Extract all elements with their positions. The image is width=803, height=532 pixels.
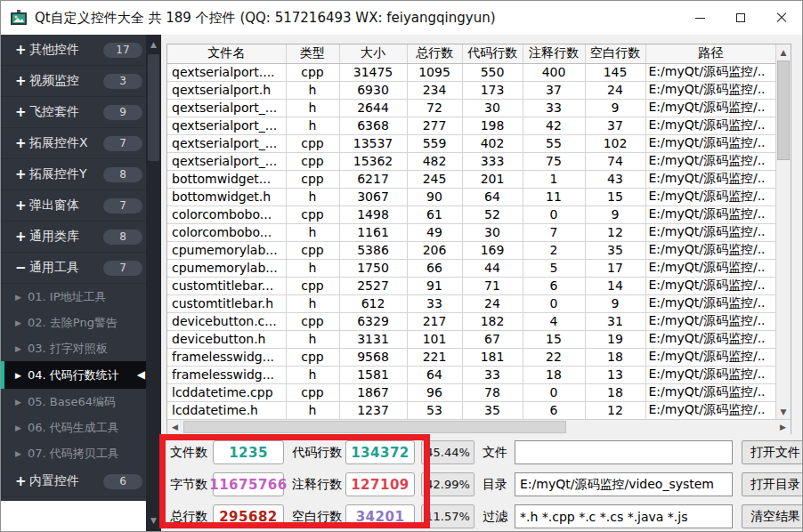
table-row[interactable]: devicebutton.hh3131101671519E:/myQt/源码监控… [167,330,775,348]
open-file-button[interactable]: 打开文件 [742,440,803,464]
stat-value-box: 1235 [213,440,284,464]
sidebar-group-其他控件[interactable]: +其他控件17 [1,35,146,66]
table-row[interactable]: framelesswidg...cpp95682211812218E:/myQt… [167,348,775,366]
table-row[interactable]: colorcombobo...h11614930712E:/myQt/源码监控/… [167,223,775,241]
table-cell: qextserialport_... [167,117,286,134]
minimize-button[interactable] [679,1,720,35]
column-header[interactable]: 注释行数 [523,44,585,63]
count-badge: 8 [103,167,142,182]
table-row[interactable]: colorcombobo...cpp1498615209E:/myQt/源码监控… [167,206,775,223]
table-cell: E:/myQt/源码监控/.. [645,223,775,241]
sidebar-group-飞控套件[interactable]: +飞控套件9 [1,97,146,128]
table-cell: 90 [407,188,462,206]
sidebar-tool-item[interactable]: ▶06. 代码生成工具◀ [1,415,146,440]
table-row[interactable]: bottomwidget...cpp6217245201143E:/myQt/源… [167,170,775,188]
scroll-down-icon[interactable]: ▼ [776,404,791,419]
table-row[interactable]: qextserialport_...h26447230339E:/myQt/源码… [167,99,775,117]
sidebar-group-通用类库[interactable]: +通用类库8 [1,222,146,253]
sidebar-scrollbar[interactable]: ▲ ▼ [146,35,161,531]
table-cell: 5 [523,259,585,277]
scroll-up-icon[interactable]: ▲ [776,44,791,60]
sidebar-group-通用工具[interactable]: −通用工具7 [1,253,146,284]
table-vertical-scrollbar[interactable]: ▲ ▼ [775,44,791,419]
table-row[interactable]: qextserialport_...cpp1353755940255102E:/… [167,134,775,152]
table-row[interactable]: framelesswidg...h158164331813E:/myQt/源码监… [167,366,775,383]
sidebar-tool-item[interactable]: ▶07. 代码拷贝工具◀ [1,440,146,466]
count-badge: 7 [103,136,142,151]
table-cell: E:/myQt/源码监控/.. [645,259,775,277]
column-header[interactable]: 代码行数 [462,44,523,63]
sidebar-group-拓展控件Y[interactable]: +拓展控件Y8 [1,159,146,190]
table-row[interactable]: customtitlebar.hh612332409E:/myQt/源码监控/.… [167,294,775,312]
column-header[interactable]: 大小 [339,44,407,63]
scroll-down-icon[interactable]: ▼ [146,512,161,528]
table-cell: 33 [523,99,585,117]
table-cell: 0 [523,294,585,312]
table-cell: 37 [585,117,645,134]
count-badge: 17 [103,43,142,58]
table-row[interactable]: devicebutton.c...cpp6329217182431E:/myQt… [167,312,775,330]
count-badge: 6 [103,474,142,489]
sidebar-group-label: 内置控件 [29,473,79,489]
table-row[interactable]: cpumemorylab...cpp5386206169235E:/myQt/源… [167,241,775,259]
table-horizontal-scrollbar[interactable]: ◀ ▶ [167,419,791,434]
sidebar-tool-item[interactable]: ▶01. IP地址工具◀ [1,284,146,310]
sidebar-tool-item[interactable]: ▶03. 打字对照板◀ [1,335,146,361]
scroll-up-icon[interactable]: ▲ [146,36,161,52]
close-button[interactable] [761,1,802,35]
table-cell: E:/myQt/源码监控/.. [645,277,775,294]
open-directory-button[interactable]: 打开目录 [742,472,803,496]
table-row[interactable]: bottomwidget.hh306790641115E:/myQt/源码监控/… [167,188,775,206]
table-row[interactable]: qextserialport_...h63682771984237E:/myQt… [167,117,775,134]
stat-label: 空白行数 [292,509,344,525]
table-vscroll-thumb[interactable] [777,60,790,160]
column-header[interactable]: 空白行数 [585,44,645,63]
table-cell: bottomwidget... [167,170,286,188]
table-cell: 206 [407,241,462,259]
clear-results-button[interactable]: 清空结果 [742,504,803,528]
sidebar-tool-item[interactable]: ▶04. 代码行数统计◀ [1,361,146,389]
directory-input[interactable] [515,472,733,496]
table-cell: h [286,259,339,277]
scroll-right-icon[interactable]: ▶ [775,420,791,434]
table-cell: 78 [462,383,523,401]
table-cell: 33 [407,294,462,312]
table-cell: 4 [523,312,585,330]
table-row[interactable]: lcddatetime.cppcpp18679678018E:/myQt/源码监… [167,383,775,401]
table-cell: cpp [286,241,339,259]
table-cell: h [286,188,339,206]
sidebar-group-视频监控[interactable]: +视频监控3 [1,66,146,97]
sidebar-tool-item[interactable]: ▶02. 去除Png警告◀ [1,310,146,335]
column-header[interactable]: 路径 [645,44,775,63]
table-cell: lcddatetime.h [167,401,286,419]
column-header[interactable]: 总行数 [407,44,462,63]
filter-input[interactable] [515,504,733,528]
table-row[interactable]: customtitlebar...cpp25279171614E:/myQt/源… [167,277,775,294]
table-row[interactable]: qextserialport_...cpp153624823337574E:/m… [167,152,775,170]
io-label: 过滤 [483,509,511,525]
table-cell: cpp [286,152,339,170]
table-cell: 1867 [339,383,407,401]
file-input[interactable] [515,440,733,464]
scroll-left-icon[interactable]: ◀ [167,420,182,434]
sidebar-group-内置控件[interactable]: +内置控件6 [1,466,146,497]
table-row[interactable]: qextserialport....cpp314751095550400145E… [167,63,775,81]
table-cell: 18 [585,348,645,366]
sidebar-group-拓展控件X[interactable]: +拓展控件X7 [1,128,146,159]
table-row[interactable]: lcddatetime.hh12375335612E:/myQt/源码监控/.. [167,401,775,419]
table-cell: h [286,223,339,241]
sidebar-scrollbar-thumb[interactable] [148,54,159,161]
main-panel: 文件名类型大小总行数代码行数注释行数空白行数路径 qextserialport.… [161,35,802,531]
chevron-right-icon: ▶ [15,449,28,458]
table-cell: cpp [286,312,339,330]
sidebar-group-label: 通用类库 [29,229,79,245]
column-header[interactable]: 文件名 [167,44,286,63]
table-row[interactable]: cpumemorylab...h17506644517E:/myQt/源码监控/… [167,259,775,277]
table-cell: 169 [462,241,523,259]
column-header[interactable]: 类型 [286,44,339,63]
sidebar-group-弹出窗体[interactable]: +弹出窗体7 [1,190,146,222]
table-row[interactable]: qextserialport.hh69302341733724E:/myQt/源… [167,81,775,99]
sidebar-tool-item[interactable]: ▶05. Base64编码◀ [1,389,146,415]
maximize-button[interactable] [720,1,761,35]
table-hscroll-thumb[interactable] [183,421,566,433]
